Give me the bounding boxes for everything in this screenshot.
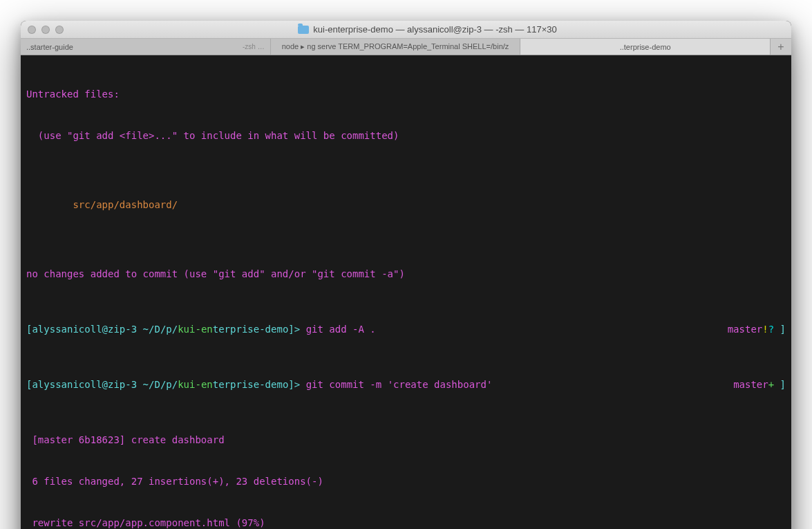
add-tab-button[interactable]: +: [771, 39, 791, 55]
terminal-window: kui-enterprise-demo — alyssanicoll@zip-3…: [21, 21, 791, 529]
window-title-text: kui-enterprise-demo — alyssanicoll@zip-3…: [313, 24, 556, 35]
zoom-button[interactable]: [55, 26, 64, 34]
tab-starter-guide[interactable]: ..starter-guide -zsh …: [21, 39, 271, 55]
tab-enterprise-demo[interactable]: ..terprise-demo: [520, 39, 771, 55]
tab-label: node ▸ ng serve TERM_PROGRAM=Apple_Termi…: [282, 42, 509, 51]
output-line: [master 6b18623] create dashboard: [26, 433, 786, 447]
output-line: no changes added to commit (use "git add…: [26, 267, 786, 281]
output-line: rewrite src/app/app.component.html (97%): [26, 516, 786, 529]
traffic-lights: [28, 26, 64, 34]
tab-label: ..starter-guide: [26, 43, 73, 51]
prompt-line: [alyssanicoll@zip-3 ~/D/p/kui-enterprise…: [26, 322, 728, 336]
tab-ng-serve[interactable]: node ▸ ng serve TERM_PROGRAM=Apple_Termi…: [271, 39, 521, 55]
prompt-line: [alyssanicoll@zip-3 ~/D/p/kui-enterprise…: [26, 378, 733, 391]
output-line: 6 files changed, 27 insertions(+), 23 de…: [26, 474, 786, 488]
prompt-status: master+ ]: [733, 378, 786, 391]
folder-icon: [298, 26, 309, 34]
tab-label: ..terprise-demo: [620, 43, 671, 51]
terminal-content[interactable]: Untracked files: (use "git add <file>...…: [21, 55, 791, 529]
tab-bar: ..starter-guide -zsh … node ▸ ng serve T…: [21, 39, 791, 55]
output-line: src/app/dashboard/: [26, 198, 786, 212]
window-title: kui-enterprise-demo — alyssanicoll@zip-3…: [70, 24, 784, 35]
minimize-button[interactable]: [41, 26, 50, 34]
tab-subtext: -zsh …: [243, 43, 265, 50]
prompt-status: master!? ]: [728, 322, 786, 336]
close-button[interactable]: [28, 26, 36, 34]
titlebar: kui-enterprise-demo — alyssanicoll@zip-3…: [21, 21, 791, 39]
output-line: (use "git add <file>..." to include in w…: [26, 129, 786, 142]
output-line: Untracked files:: [26, 87, 786, 101]
